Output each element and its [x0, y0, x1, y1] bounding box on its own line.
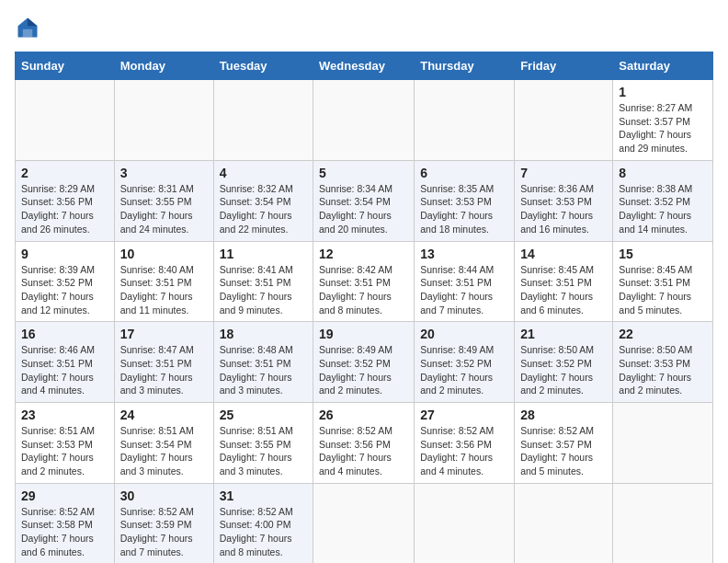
day-info: Sunrise: 8:27 AMSunset: 3:57 PMDaylight:… [619, 101, 707, 155]
calendar-cell: 5Sunrise: 8:34 AMSunset: 3:54 PMDaylight… [313, 160, 415, 241]
day-number: 18 [220, 327, 307, 341]
calendar-cell [415, 483, 515, 563]
day-info: Sunrise: 8:32 AMSunset: 3:54 PMDaylight:… [220, 182, 307, 236]
day-info: Sunrise: 8:34 AMSunset: 3:54 PMDaylight:… [319, 182, 408, 236]
calendar-body: 1Sunrise: 8:27 AMSunset: 3:57 PMDaylight… [16, 80, 713, 564]
logo-icon [15, 15, 40, 40]
calendar-cell: 28Sunrise: 8:52 AMSunset: 3:57 PMDayligh… [515, 403, 613, 484]
day-number: 1 [619, 85, 707, 99]
day-info: Sunrise: 8:48 AMSunset: 3:51 PMDaylight:… [220, 343, 307, 397]
svg-marker-1 [28, 18, 38, 27]
calendar-cell: 8Sunrise: 8:38 AMSunset: 3:52 PMDaylight… [613, 160, 713, 241]
calendar-cell: 29Sunrise: 8:52 AMSunset: 3:58 PMDayligh… [16, 483, 115, 563]
day-number: 14 [520, 247, 607, 261]
day-of-week-header: Thursday [415, 52, 515, 80]
day-number: 10 [120, 247, 208, 261]
day-number: 8 [619, 166, 707, 180]
day-info: Sunrise: 8:51 AMSunset: 3:55 PMDaylight:… [220, 424, 307, 478]
calendar-header-row: SundayMondayTuesdayWednesdayThursdayFrid… [16, 52, 713, 80]
calendar-cell [313, 483, 415, 563]
calendar-week-row: 29Sunrise: 8:52 AMSunset: 3:58 PMDayligh… [16, 483, 713, 563]
day-info: Sunrise: 8:52 AMSunset: 3:56 PMDaylight:… [420, 424, 508, 478]
day-info: Sunrise: 8:51 AMSunset: 3:53 PMDaylight:… [21, 424, 108, 478]
calendar-cell: 9Sunrise: 8:39 AMSunset: 3:52 PMDaylight… [16, 241, 115, 322]
calendar-week-row: 9Sunrise: 8:39 AMSunset: 3:52 PMDaylight… [16, 241, 713, 322]
calendar-cell [515, 483, 613, 563]
calendar-cell: 15Sunrise: 8:45 AMSunset: 3:51 PMDayligh… [613, 241, 713, 322]
svg-rect-2 [23, 29, 33, 38]
day-number: 6 [420, 166, 508, 180]
day-info: Sunrise: 8:29 AMSunset: 3:56 PMDaylight:… [21, 182, 108, 236]
calendar-cell: 16Sunrise: 8:46 AMSunset: 3:51 PMDayligh… [16, 322, 115, 403]
calendar-week-row: 23Sunrise: 8:51 AMSunset: 3:53 PMDayligh… [16, 403, 713, 484]
calendar-cell: 2Sunrise: 8:29 AMSunset: 3:56 PMDaylight… [16, 160, 115, 241]
day-number: 7 [520, 166, 607, 180]
calendar-cell: 12Sunrise: 8:42 AMSunset: 3:51 PMDayligh… [313, 241, 415, 322]
calendar-cell: 10Sunrise: 8:40 AMSunset: 3:51 PMDayligh… [114, 241, 213, 322]
day-info: Sunrise: 8:49 AMSunset: 3:52 PMDaylight:… [319, 343, 408, 397]
calendar-cell: 24Sunrise: 8:51 AMSunset: 3:54 PMDayligh… [114, 403, 213, 484]
day-number: 21 [520, 327, 607, 341]
day-info: Sunrise: 8:42 AMSunset: 3:51 PMDaylight:… [319, 263, 408, 317]
day-info: Sunrise: 8:36 AMSunset: 3:53 PMDaylight:… [520, 182, 607, 236]
day-number: 29 [21, 488, 108, 503]
day-of-week-header: Saturday [613, 52, 713, 80]
day-of-week-header: Friday [515, 52, 613, 80]
calendar-cell: 22Sunrise: 8:50 AMSunset: 3:53 PMDayligh… [613, 322, 713, 403]
day-info: Sunrise: 8:47 AMSunset: 3:51 PMDaylight:… [120, 343, 208, 397]
calendar-cell: 26Sunrise: 8:52 AMSunset: 3:56 PMDayligh… [313, 403, 415, 484]
calendar-cell: 20Sunrise: 8:49 AMSunset: 3:52 PMDayligh… [415, 322, 515, 403]
day-number: 17 [120, 327, 208, 341]
calendar-week-row: 2Sunrise: 8:29 AMSunset: 3:56 PMDaylight… [16, 160, 713, 241]
day-info: Sunrise: 8:52 AMSunset: 3:57 PMDaylight:… [520, 424, 607, 478]
day-info: Sunrise: 8:38 AMSunset: 3:52 PMDaylight:… [619, 182, 707, 236]
day-number: 22 [619, 327, 707, 341]
day-number: 9 [21, 247, 108, 261]
day-of-week-header: Sunday [16, 52, 115, 80]
day-number: 15 [619, 247, 707, 261]
calendar-week-row: 16Sunrise: 8:46 AMSunset: 3:51 PMDayligh… [16, 322, 713, 403]
day-number: 13 [420, 247, 508, 261]
day-info: Sunrise: 8:46 AMSunset: 3:51 PMDaylight:… [21, 343, 108, 397]
calendar-cell: 21Sunrise: 8:50 AMSunset: 3:52 PMDayligh… [515, 322, 613, 403]
calendar-cell: 30Sunrise: 8:52 AMSunset: 3:59 PMDayligh… [114, 483, 213, 563]
day-info: Sunrise: 8:45 AMSunset: 3:51 PMDaylight:… [619, 263, 707, 317]
day-number: 28 [520, 408, 607, 422]
logo [15, 15, 44, 40]
day-info: Sunrise: 8:49 AMSunset: 3:52 PMDaylight:… [420, 343, 508, 397]
day-of-week-header: Monday [114, 52, 213, 80]
day-number: 12 [319, 247, 408, 261]
day-of-week-header: Wednesday [313, 52, 415, 80]
calendar-cell [515, 80, 613, 161]
day-info: Sunrise: 8:52 AMSunset: 3:58 PMDaylight:… [21, 505, 108, 559]
day-number: 24 [120, 408, 208, 422]
day-info: Sunrise: 8:31 AMSunset: 3:55 PMDaylight:… [120, 182, 208, 236]
calendar-cell: 31Sunrise: 8:52 AMSunset: 4:00 PMDayligh… [213, 483, 313, 563]
calendar-cell: 18Sunrise: 8:48 AMSunset: 3:51 PMDayligh… [213, 322, 313, 403]
day-number: 4 [220, 166, 307, 180]
calendar-cell [613, 403, 713, 484]
day-info: Sunrise: 8:45 AMSunset: 3:51 PMDaylight:… [520, 263, 607, 317]
calendar-cell [16, 80, 115, 161]
day-info: Sunrise: 8:40 AMSunset: 3:51 PMDaylight:… [120, 263, 208, 317]
day-number: 3 [120, 166, 208, 180]
day-number: 25 [220, 408, 307, 422]
day-info: Sunrise: 8:50 AMSunset: 3:53 PMDaylight:… [619, 343, 707, 397]
calendar-cell: 7Sunrise: 8:36 AMSunset: 3:53 PMDaylight… [515, 160, 613, 241]
day-of-week-header: Tuesday [213, 52, 313, 80]
calendar-cell [213, 80, 313, 161]
calendar-cell: 19Sunrise: 8:49 AMSunset: 3:52 PMDayligh… [313, 322, 415, 403]
day-number: 30 [120, 488, 208, 503]
calendar-cell [415, 80, 515, 161]
day-info: Sunrise: 8:50 AMSunset: 3:52 PMDaylight:… [520, 343, 607, 397]
day-number: 31 [220, 488, 307, 503]
day-number: 16 [21, 327, 108, 341]
day-info: Sunrise: 8:52 AMSunset: 3:59 PMDaylight:… [120, 505, 208, 559]
day-number: 2 [21, 166, 108, 180]
calendar-cell: 27Sunrise: 8:52 AMSunset: 3:56 PMDayligh… [415, 403, 515, 484]
calendar-cell: 4Sunrise: 8:32 AMSunset: 3:54 PMDaylight… [213, 160, 313, 241]
calendar-cell: 3Sunrise: 8:31 AMSunset: 3:55 PMDaylight… [114, 160, 213, 241]
day-info: Sunrise: 8:39 AMSunset: 3:52 PMDaylight:… [21, 263, 108, 317]
calendar-cell: 23Sunrise: 8:51 AMSunset: 3:53 PMDayligh… [16, 403, 115, 484]
day-number: 11 [220, 247, 307, 261]
